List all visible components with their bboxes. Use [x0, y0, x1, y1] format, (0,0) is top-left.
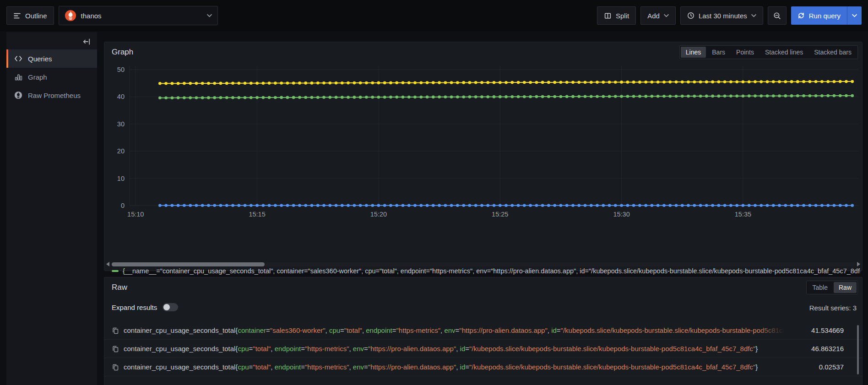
sidebar-item-queries[interactable]: Queries [6, 49, 97, 68]
outline-button[interactable]: Outline [6, 6, 54, 25]
svg-text:15:10: 15:10 [127, 211, 144, 218]
raw-result-row: container_cpu_usage_seconds_total{cpu="t… [104, 358, 862, 376]
raw-result-value: 46.863216 [790, 345, 844, 352]
graph-style-toggle-group: LinesBarsPointsStacked linesStacked bars [679, 45, 858, 59]
legend-series-label: {__name__="container_cpu_usage_seconds_t… [123, 267, 860, 275]
outline-icon [13, 12, 21, 20]
sidebar-item-label: Queries [28, 55, 52, 63]
raw-view-raw[interactable]: Raw [834, 282, 857, 293]
expand-results-toggle[interactable] [163, 303, 178, 311]
svg-text:15:30: 15:30 [613, 211, 629, 218]
svg-text:50: 50 [117, 66, 125, 73]
svg-text:40: 40 [117, 93, 125, 100]
svg-text:15:15: 15:15 [249, 211, 265, 218]
svg-text:15:35: 15:35 [735, 211, 751, 218]
scrollbar-thumb[interactable] [112, 262, 265, 266]
sidebar-item-graph[interactable]: Graph [6, 68, 97, 86]
collapse-sidebar-button[interactable] [82, 38, 91, 46]
expand-results-label: Expand results [112, 304, 157, 311]
time-range-picker[interactable]: Last 30 minutes [680, 6, 763, 25]
svg-text:20: 20 [117, 147, 125, 155]
zoom-out-button[interactable] [768, 6, 787, 25]
chevron-down-icon [664, 14, 669, 17]
graph-mode-points[interactable]: Points [731, 47, 759, 58]
chevron-down-icon [207, 14, 212, 17]
add-label: Add [647, 12, 660, 20]
raw-query-expression: container_cpu_usage_seconds_total{contai… [124, 326, 790, 334]
sidebar-item-raw-prometheus[interactable]: Raw Prometheus [6, 86, 97, 104]
run-query-label: Run query [809, 12, 841, 20]
vertical-scrollbar-thumb[interactable] [857, 325, 859, 374]
explore-window: Outline thanos [0, 0, 868, 385]
raw-view-table[interactable]: Table [808, 282, 833, 293]
time-range-label: Last 30 minutes [699, 12, 747, 20]
run-query-button[interactable]: Run query [791, 6, 862, 25]
copy-icon[interactable] [112, 363, 119, 371]
refresh-icon [797, 12, 805, 19]
outline-label: Outline [25, 12, 47, 20]
svg-text:30: 30 [117, 120, 125, 128]
chevron-down-icon [751, 14, 756, 17]
scroll-right-arrow-icon[interactable] [857, 262, 860, 266]
graph-mode-stacked-bars[interactable]: Stacked bars [809, 47, 857, 58]
split-button[interactable]: Split [597, 6, 636, 25]
raw-results-list: container_cpu_usage_seconds_total{contai… [104, 321, 862, 376]
legend-series-marker [112, 270, 119, 272]
raw-panel: Raw TableRaw Expand results Result serie… [104, 277, 863, 385]
raw-result-row: container_cpu_usage_seconds_total{contai… [104, 321, 862, 340]
graph-mode-stacked-lines[interactable]: Stacked lines [760, 47, 808, 58]
raw-query-expression: container_cpu_usage_seconds_total{cpu="t… [124, 363, 790, 371]
split-icon [604, 12, 612, 20]
add-button[interactable]: Add [640, 6, 676, 25]
raw-result-value: 0.02537 [790, 363, 844, 371]
raw-view-toggle-group: TableRaw [806, 281, 858, 294]
graph-mode-lines[interactable]: Lines [681, 47, 706, 58]
prometheus-icon [65, 10, 76, 22]
clock-icon [687, 12, 694, 19]
datasource-picker[interactable]: thanos [59, 6, 218, 25]
sidebar-item-label: Graph [28, 73, 47, 81]
raw-query-expression: container_cpu_usage_seconds_total{cpu="t… [124, 345, 790, 352]
run-query-dropdown[interactable] [847, 6, 862, 25]
scrollbar-track[interactable] [111, 262, 856, 266]
code-icon [14, 55, 23, 62]
top-toolbar: Outline thanos [0, 0, 868, 31]
raw-result-value: 41.534669 [790, 326, 844, 334]
scroll-left-arrow-icon[interactable] [106, 262, 109, 266]
result-series-count: Result series: 3 [809, 304, 857, 312]
graph-panel: Graph LinesBarsPointsStacked linesStacke… [104, 42, 863, 271]
prometheus-icon [14, 91, 23, 99]
horizontal-scrollbar [106, 261, 860, 267]
sidebar-item-label: Raw Prometheus [28, 92, 81, 99]
svg-text:10: 10 [117, 175, 125, 182]
copy-icon[interactable] [112, 345, 119, 352]
svg-text:15:20: 15:20 [370, 211, 387, 218]
graph-panel-title: Graph [112, 48, 133, 57]
zoom-out-icon [773, 12, 781, 20]
svg-text:15:25: 15:25 [492, 211, 508, 218]
datasource-name: thanos [81, 12, 102, 20]
explore-sidebar: Queries Graph Raw Prometheus [6, 32, 97, 385]
graph-mode-bars[interactable]: Bars [707, 47, 730, 58]
raw-result-row: container_cpu_usage_seconds_total{cpu="t… [104, 340, 862, 358]
split-label: Split [616, 12, 629, 20]
bar-chart-icon [14, 73, 23, 81]
copy-icon[interactable] [112, 327, 119, 334]
svg-text:0: 0 [121, 202, 125, 209]
raw-panel-title: Raw [112, 283, 127, 292]
toggle-knob [163, 304, 170, 310]
time-series-chart[interactable]: 0102030405015:1015:1515:2015:2515:3015:3… [104, 62, 863, 227]
